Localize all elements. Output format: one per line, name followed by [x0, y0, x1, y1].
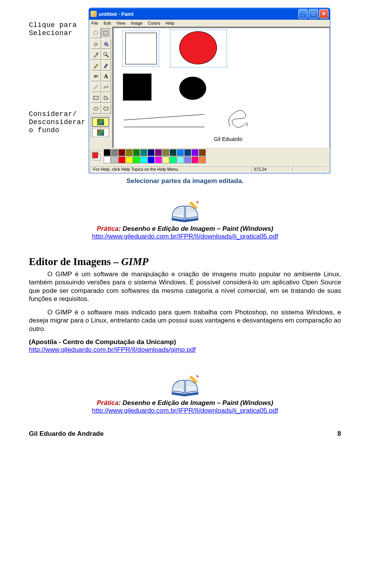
annotation-background: Considerar/ Desconsiderar o fundo [29, 110, 89, 134]
menubar: File Edit View Image Colors Help [89, 20, 330, 27]
svg-point-10 [94, 107, 98, 110]
color-swatch[interactable] [104, 156, 111, 163]
tool-rectangle[interactable] [91, 93, 101, 103]
color-swatch[interactable] [192, 149, 198, 156]
color-swatch[interactable] [170, 149, 177, 156]
color-swatch[interactable] [118, 156, 125, 163]
color-swatch[interactable] [133, 156, 140, 163]
color-swatch[interactable] [184, 156, 191, 163]
paint-app-icon [91, 11, 97, 17]
shape-scribble [225, 105, 252, 132]
canvas-text: Gil Eduardo [214, 136, 242, 142]
tool-brush[interactable] [101, 60, 111, 71]
color-swatch[interactable] [155, 149, 162, 156]
color-swatch[interactable] [184, 149, 191, 156]
figure-caption: Selecionar partes da imagem editada. [29, 177, 341, 185]
color-swatch[interactable] [133, 149, 140, 156]
practice-url-2[interactable]: http://www.gileduardo.com.br/IFPR/II/dow… [92, 407, 278, 414]
tool-airbrush[interactable] [91, 71, 101, 81]
color-swatch[interactable] [118, 149, 125, 156]
color-swatch[interactable] [111, 149, 118, 156]
body-paragraph-1: O GIMP é um software de manipulação e cr… [29, 270, 341, 303]
section-heading: Editor de Imagens – GIMP [29, 256, 341, 268]
shape-line-2 [124, 127, 205, 127]
option-transparent[interactable] [92, 128, 109, 137]
shape-black-circle [179, 77, 206, 100]
practice-url[interactable]: http://www.gileduardo.com.br/IFPR/II/dow… [92, 233, 278, 240]
tool-rect-select[interactable] [101, 28, 111, 38]
fg-bg-indicator[interactable] [91, 151, 102, 162]
status-spacer [292, 166, 328, 172]
tool-magnifier[interactable] [101, 50, 111, 60]
svg-line-8 [94, 85, 98, 89]
apostila-link: http://www.gileduardo.com.br/IFPR/II/dow… [29, 346, 341, 354]
color-swatch[interactable] [148, 149, 155, 156]
close-button[interactable]: ✕ [319, 9, 328, 18]
svg-point-5 [98, 75, 98, 75]
status-help-text: For Help, click Help Topics on the Help … [91, 166, 250, 172]
color-swatch[interactable] [177, 156, 184, 163]
color-swatch[interactable] [170, 156, 177, 163]
paint-window: untitled - Paint _ □ ✕ File Edit View Im… [89, 8, 330, 173]
menu-colors[interactable]: Colors [148, 21, 160, 25]
tool-polygon[interactable] [101, 93, 111, 103]
color-swatch[interactable] [140, 149, 147, 156]
tool-curve[interactable] [101, 82, 111, 92]
color-swatch[interactable] [162, 156, 169, 163]
paint-body: A [89, 27, 330, 148]
tool-rounded-rect[interactable] [101, 104, 111, 114]
tool-fill[interactable] [101, 39, 111, 49]
canvas-area: Gil Eduardo [112, 27, 330, 148]
menu-file[interactable]: File [91, 21, 98, 25]
tool-pencil[interactable] [91, 60, 101, 71]
body-paragraph-2: O GIMP é o software mais indicado para q… [29, 308, 341, 333]
color-swatch[interactable] [104, 149, 111, 156]
toolbox: A [89, 27, 112, 148]
annotation-select: Clique para Selecionar [29, 21, 89, 37]
footer-author: Gil Eduardo de Andrade [29, 430, 104, 438]
status-coords: 372,24 [251, 166, 291, 172]
color-swatch[interactable] [126, 149, 133, 156]
color-swatch[interactable] [199, 149, 206, 156]
color-swatch[interactable] [162, 149, 169, 156]
canvas[interactable]: Gil Eduardo [114, 28, 330, 148]
tool-freeform-select[interactable] [91, 28, 101, 38]
menu-help[interactable]: Help [166, 21, 175, 25]
book-icon [29, 198, 341, 223]
page-footer: Gil Eduardo de Andrade 8 [29, 430, 341, 438]
shape-line [124, 114, 205, 120]
color-swatch[interactable] [140, 156, 147, 163]
color-swatch[interactable] [148, 156, 155, 163]
apostila-url[interactable]: http://www.gileduardo.com.br/IFPR/II/dow… [29, 346, 196, 353]
practice-desc-2: : Desenho e Edição de Imagem – Paint (Wi… [119, 399, 273, 407]
practice-label: Prática [97, 225, 119, 232]
maximize-button[interactable]: □ [309, 9, 318, 18]
titlebar: untitled - Paint _ □ ✕ [89, 8, 330, 20]
tool-eraser[interactable] [91, 39, 101, 49]
svg-point-3 [104, 52, 107, 55]
menu-image[interactable]: Image [131, 21, 143, 25]
shape-red-circle [179, 31, 217, 64]
book-icon-2 [29, 372, 341, 398]
apostila-label: (Apostila - Centro de Computação da Unic… [29, 338, 341, 346]
minimize-button[interactable]: _ [298, 9, 308, 18]
practice-link-2: http://www.gileduardo.com.br/IFPR/II/dow… [29, 407, 341, 415]
color-swatch[interactable] [155, 156, 162, 163]
practice-link: http://www.gileduardo.com.br/IFPR/II/dow… [29, 233, 341, 240]
tool-line[interactable] [91, 82, 101, 92]
tool-text[interactable]: A [101, 71, 111, 81]
color-swatch[interactable] [111, 156, 118, 163]
svg-point-7 [98, 77, 98, 77]
color-palette [89, 148, 330, 165]
svg-rect-9 [94, 96, 98, 99]
option-opaque[interactable] [92, 118, 109, 127]
window-title: untitled - Paint [99, 11, 298, 17]
tool-ellipse[interactable] [91, 104, 101, 114]
color-swatch[interactable] [199, 156, 206, 163]
tool-picker[interactable] [91, 50, 101, 60]
menu-edit[interactable]: Edit [104, 21, 111, 25]
color-swatch[interactable] [177, 149, 184, 156]
color-swatch[interactable] [192, 156, 198, 163]
color-swatch[interactable] [126, 156, 133, 163]
menu-view[interactable]: View [116, 21, 126, 25]
